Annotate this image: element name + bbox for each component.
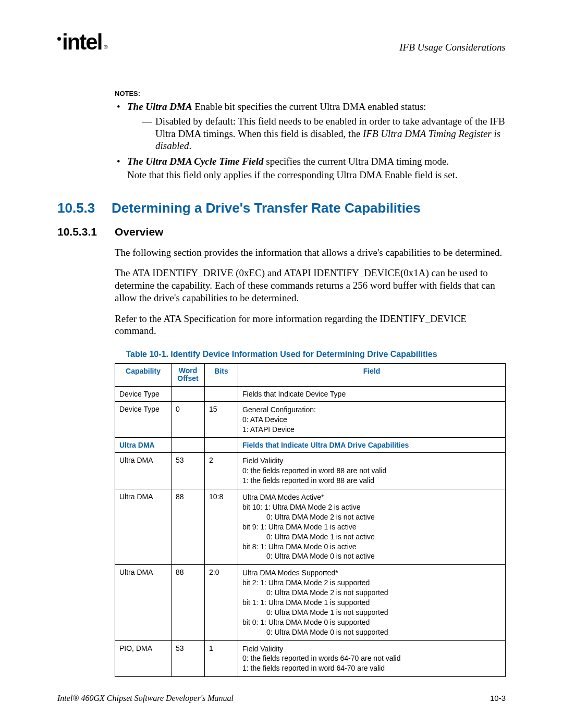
cell-cap: Ultra DMA <box>115 438 172 453</box>
field-line: 0: Ultra DMA Mode 0 is not active <box>242 551 501 561</box>
field-line: 0: Ultra DMA Mode 2 is not active <box>242 512 501 522</box>
cell-cap: Ultra DMA <box>115 489 172 565</box>
th-field: Field <box>238 364 506 387</box>
th-bits: Bits <box>205 364 238 387</box>
note2-rest: specifies the current Ultra DMA timing m… <box>264 156 449 167</box>
notes-list: The Ultra DMA Enable bit specifies the c… <box>115 101 506 181</box>
overview-para-1: The following section provides the infor… <box>115 246 506 259</box>
h3-title: Overview <box>115 226 163 238</box>
logo-dot-icon <box>57 37 61 41</box>
note-bullet-1: The Ultra DMA Enable bit specifies the c… <box>115 101 506 152</box>
field-line: bit 2: 1: Ultra DMA Mode 2 is supported <box>242 578 370 587</box>
h2-title: Determining a Drive's Transfer Rate Capa… <box>112 200 421 216</box>
overview-para-2: The ATA IDENTIFY_DRIVE (0xEC) and ATAPI … <box>115 267 506 304</box>
h2-number: 10.5.3 <box>57 200 112 216</box>
cell-bits <box>205 386 238 401</box>
cell-field: Field Validity 0: the fields reported in… <box>238 453 506 489</box>
registered-icon: ® <box>104 45 106 50</box>
section-heading-10-5-3: 10.5.3Determining a Drive's Transfer Rat… <box>57 200 506 216</box>
table-row: Device Type 0 15 General Configuration: … <box>115 401 506 438</box>
overview-para-3: Refer to the ATA Specification for more … <box>115 313 506 338</box>
cell-field: Fields that Indicate Device Type <box>238 386 506 401</box>
field-line: 0: Ultra DMA Mode 1 is not supported <box>242 608 501 618</box>
h3-number: 10.5.3.1 <box>57 226 115 238</box>
cell-word: 53 <box>172 453 205 489</box>
logo-text: intel <box>62 31 102 53</box>
intel-logo: intel ® <box>57 31 107 53</box>
th-word-offset: Word Offset <box>172 364 205 387</box>
footer-page-number: 10-3 <box>490 694 506 703</box>
note1-subitem: Disabled by default: This field needs to… <box>127 115 506 152</box>
note-bullet-2: The Ultra DMA Cycle Time Field specifies… <box>115 155 506 181</box>
field-line: 0: Ultra DMA Mode 1 is not active <box>242 532 501 542</box>
cell-word <box>172 386 205 401</box>
cell-word: 53 <box>172 640 205 677</box>
cell-bits: 1 <box>205 640 238 677</box>
header-section-title: IFB Usage Considerations <box>399 42 506 53</box>
note2-lead: The Ultra DMA Cycle Time Field <box>127 156 264 167</box>
cell-word: 0 <box>172 401 205 438</box>
cell-cap: Ultra DMA <box>115 565 172 640</box>
cell-cap: Device Type <box>115 401 172 438</box>
note1-rest: Enable bit specifies the current Ultra D… <box>192 101 426 112</box>
table-row: Ultra DMA 88 2:0 Ultra DMA Modes Support… <box>115 565 506 640</box>
cell-field: Field Validity 0: the fields reported in… <box>238 640 506 677</box>
footer-title: Intel® 460GX Chipset Software Developer'… <box>57 694 234 703</box>
cell-cap: Device Type <box>115 386 172 401</box>
cell-field: General Configuration: 0: ATA Device 1: … <box>238 401 506 438</box>
note1-sub-suffix: . <box>189 140 191 151</box>
cell-word: 88 <box>172 489 205 565</box>
field-line: bit 0: 1: Ultra DMA Mode 0 is supported <box>242 618 370 626</box>
field-line: bit 1: 1: Ultra DMA Mode 1 is supported <box>242 598 370 607</box>
cell-word <box>172 438 205 453</box>
section-heading-10-5-3-1: 10.5.3.1Overview <box>57 226 506 238</box>
cell-cap: PIO, DMA <box>115 640 172 677</box>
cell-field: Fields that Indicate Ultra DMA Drive Cap… <box>238 438 506 453</box>
field-title: Ultra DMA Modes Supported* <box>242 569 338 577</box>
note2-line: Note that this field only applies if the… <box>127 169 506 181</box>
cell-bits: 2:0 <box>205 565 238 640</box>
cell-bits: 15 <box>205 401 238 438</box>
table-caption: Table 10-1. Identify Device Information … <box>57 350 506 359</box>
field-line: bit 10: 1: Ultra DMA Mode 2 is active <box>242 503 360 511</box>
cell-cap: Ultra DMA <box>115 453 172 489</box>
field-line: bit 9: 1: Ultra DMA Mode 1 is active <box>242 523 357 531</box>
cell-bits <box>205 438 238 453</box>
th-capability: Capability <box>115 364 172 387</box>
field-line: 0: Ultra DMA Mode 2 is not supported <box>242 588 501 598</box>
field-line: bit 8: 1: Ultra DMA Mode 0 is active <box>242 542 357 551</box>
th-word-offset-text: Word Offset <box>177 366 198 382</box>
cell-word: 88 <box>172 565 205 640</box>
field-line: 0: Ultra DMA Mode 0 is not supported <box>242 627 501 637</box>
table-row: PIO, DMA 53 1 Field Validity 0: the fiel… <box>115 640 506 677</box>
cell-bits: 2 <box>205 453 238 489</box>
table-row: Device Type Fields that Indicate Device … <box>115 386 506 401</box>
identify-device-table: Capability Word Offset Bits Field Device… <box>115 363 506 677</box>
notes-label: NOTES: <box>115 90 506 97</box>
table-row: Ultra DMA 53 2 Field Validity 0: the fie… <box>115 453 506 489</box>
cell-field: Ultra DMA Modes Supported* bit 2: 1: Ult… <box>238 565 506 640</box>
field-title: Ultra DMA Modes Active* <box>242 493 324 501</box>
note1-lead: The Ultra DMA <box>127 101 192 112</box>
page-footer: Intel® 460GX Chipset Software Developer'… <box>57 694 506 703</box>
table-row-section-header: Ultra DMA Fields that Indicate Ultra DMA… <box>115 438 506 453</box>
page-header: intel ® IFB Usage Considerations <box>57 31 506 53</box>
page: intel ® IFB Usage Considerations NOTES: … <box>0 0 563 728</box>
cell-field: Ultra DMA Modes Active* bit 10: 1: Ultra… <box>238 489 506 565</box>
table-row: Ultra DMA 88 10:8 Ultra DMA Modes Active… <box>115 489 506 565</box>
table-header-row: Capability Word Offset Bits Field <box>115 364 506 387</box>
cell-bits: 10:8 <box>205 489 238 565</box>
